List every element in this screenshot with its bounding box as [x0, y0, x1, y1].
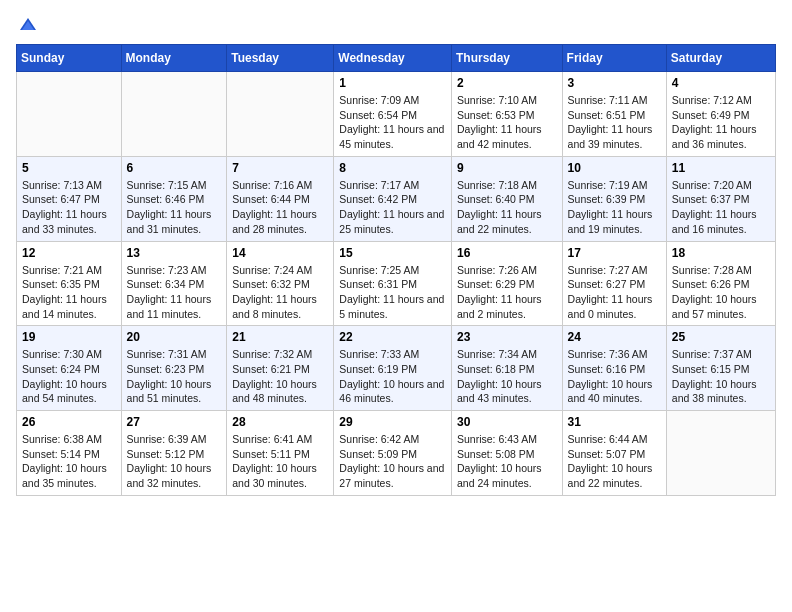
day-number: 22 [339, 330, 446, 344]
day-number: 30 [457, 415, 557, 429]
calendar-cell: 25Sunrise: 7:37 AM Sunset: 6:15 PM Dayli… [666, 326, 775, 411]
day-number: 13 [127, 246, 222, 260]
weekday-header: Monday [121, 45, 227, 72]
day-number: 6 [127, 161, 222, 175]
day-info: Sunrise: 7:24 AM Sunset: 6:32 PM Dayligh… [232, 263, 328, 322]
calendar-cell [666, 411, 775, 496]
day-info: Sunrise: 7:30 AM Sunset: 6:24 PM Dayligh… [22, 347, 116, 406]
calendar-cell: 24Sunrise: 7:36 AM Sunset: 6:16 PM Dayli… [562, 326, 666, 411]
day-info: Sunrise: 7:15 AM Sunset: 6:46 PM Dayligh… [127, 178, 222, 237]
day-info: Sunrise: 6:42 AM Sunset: 5:09 PM Dayligh… [339, 432, 446, 491]
day-number: 29 [339, 415, 446, 429]
day-info: Sunrise: 7:10 AM Sunset: 6:53 PM Dayligh… [457, 93, 557, 152]
day-info: Sunrise: 6:44 AM Sunset: 5:07 PM Dayligh… [568, 432, 661, 491]
day-info: Sunrise: 7:20 AM Sunset: 6:37 PM Dayligh… [672, 178, 770, 237]
calendar-cell: 30Sunrise: 6:43 AM Sunset: 5:08 PM Dayli… [451, 411, 562, 496]
calendar-cell: 5Sunrise: 7:13 AM Sunset: 6:47 PM Daylig… [17, 156, 122, 241]
day-info: Sunrise: 7:37 AM Sunset: 6:15 PM Dayligh… [672, 347, 770, 406]
calendar-cell: 11Sunrise: 7:20 AM Sunset: 6:37 PM Dayli… [666, 156, 775, 241]
calendar-cell: 23Sunrise: 7:34 AM Sunset: 6:18 PM Dayli… [451, 326, 562, 411]
calendar-cell: 15Sunrise: 7:25 AM Sunset: 6:31 PM Dayli… [334, 241, 452, 326]
day-info: Sunrise: 7:25 AM Sunset: 6:31 PM Dayligh… [339, 263, 446, 322]
calendar-cell: 16Sunrise: 7:26 AM Sunset: 6:29 PM Dayli… [451, 241, 562, 326]
calendar-week-row: 12Sunrise: 7:21 AM Sunset: 6:35 PM Dayli… [17, 241, 776, 326]
weekday-header: Wednesday [334, 45, 452, 72]
day-number: 12 [22, 246, 116, 260]
calendar-cell: 26Sunrise: 6:38 AM Sunset: 5:14 PM Dayli… [17, 411, 122, 496]
calendar-cell: 6Sunrise: 7:15 AM Sunset: 6:46 PM Daylig… [121, 156, 227, 241]
day-info: Sunrise: 7:21 AM Sunset: 6:35 PM Dayligh… [22, 263, 116, 322]
day-number: 16 [457, 246, 557, 260]
day-info: Sunrise: 7:33 AM Sunset: 6:19 PM Dayligh… [339, 347, 446, 406]
calendar-cell: 14Sunrise: 7:24 AM Sunset: 6:32 PM Dayli… [227, 241, 334, 326]
page-header [16, 16, 776, 32]
calendar-cell: 8Sunrise: 7:17 AM Sunset: 6:42 PM Daylig… [334, 156, 452, 241]
calendar-cell: 1Sunrise: 7:09 AM Sunset: 6:54 PM Daylig… [334, 72, 452, 157]
day-number: 11 [672, 161, 770, 175]
calendar-week-row: 5Sunrise: 7:13 AM Sunset: 6:47 PM Daylig… [17, 156, 776, 241]
calendar-cell: 2Sunrise: 7:10 AM Sunset: 6:53 PM Daylig… [451, 72, 562, 157]
calendar-cell: 18Sunrise: 7:28 AM Sunset: 6:26 PM Dayli… [666, 241, 775, 326]
day-info: Sunrise: 6:38 AM Sunset: 5:14 PM Dayligh… [22, 432, 116, 491]
day-number: 3 [568, 76, 661, 90]
weekday-header: Saturday [666, 45, 775, 72]
calendar-cell: 19Sunrise: 7:30 AM Sunset: 6:24 PM Dayli… [17, 326, 122, 411]
day-number: 17 [568, 246, 661, 260]
day-info: Sunrise: 7:11 AM Sunset: 6:51 PM Dayligh… [568, 93, 661, 152]
day-info: Sunrise: 6:41 AM Sunset: 5:11 PM Dayligh… [232, 432, 328, 491]
calendar-cell: 27Sunrise: 6:39 AM Sunset: 5:12 PM Dayli… [121, 411, 227, 496]
calendar-cell: 29Sunrise: 6:42 AM Sunset: 5:09 PM Dayli… [334, 411, 452, 496]
day-info: Sunrise: 7:16 AM Sunset: 6:44 PM Dayligh… [232, 178, 328, 237]
day-info: Sunrise: 7:36 AM Sunset: 6:16 PM Dayligh… [568, 347, 661, 406]
calendar-cell: 17Sunrise: 7:27 AM Sunset: 6:27 PM Dayli… [562, 241, 666, 326]
calendar-cell: 22Sunrise: 7:33 AM Sunset: 6:19 PM Dayli… [334, 326, 452, 411]
weekday-header: Thursday [451, 45, 562, 72]
day-number: 15 [339, 246, 446, 260]
calendar-cell [227, 72, 334, 157]
day-info: Sunrise: 7:09 AM Sunset: 6:54 PM Dayligh… [339, 93, 446, 152]
calendar-cell: 12Sunrise: 7:21 AM Sunset: 6:35 PM Dayli… [17, 241, 122, 326]
day-info: Sunrise: 6:43 AM Sunset: 5:08 PM Dayligh… [457, 432, 557, 491]
day-number: 21 [232, 330, 328, 344]
day-number: 9 [457, 161, 557, 175]
day-info: Sunrise: 7:26 AM Sunset: 6:29 PM Dayligh… [457, 263, 557, 322]
calendar-cell: 28Sunrise: 6:41 AM Sunset: 5:11 PM Dayli… [227, 411, 334, 496]
calendar-cell: 20Sunrise: 7:31 AM Sunset: 6:23 PM Dayli… [121, 326, 227, 411]
day-info: Sunrise: 7:18 AM Sunset: 6:40 PM Dayligh… [457, 178, 557, 237]
day-number: 5 [22, 161, 116, 175]
day-number: 4 [672, 76, 770, 90]
day-number: 2 [457, 76, 557, 90]
calendar-week-row: 26Sunrise: 6:38 AM Sunset: 5:14 PM Dayli… [17, 411, 776, 496]
calendar-cell: 10Sunrise: 7:19 AM Sunset: 6:39 PM Dayli… [562, 156, 666, 241]
day-number: 18 [672, 246, 770, 260]
day-info: Sunrise: 7:12 AM Sunset: 6:49 PM Dayligh… [672, 93, 770, 152]
day-number: 26 [22, 415, 116, 429]
day-number: 8 [339, 161, 446, 175]
calendar-cell [121, 72, 227, 157]
calendar-cell: 13Sunrise: 7:23 AM Sunset: 6:34 PM Dayli… [121, 241, 227, 326]
day-number: 19 [22, 330, 116, 344]
day-number: 27 [127, 415, 222, 429]
day-info: Sunrise: 6:39 AM Sunset: 5:12 PM Dayligh… [127, 432, 222, 491]
calendar-week-row: 19Sunrise: 7:30 AM Sunset: 6:24 PM Dayli… [17, 326, 776, 411]
calendar-cell: 7Sunrise: 7:16 AM Sunset: 6:44 PM Daylig… [227, 156, 334, 241]
day-info: Sunrise: 7:23 AM Sunset: 6:34 PM Dayligh… [127, 263, 222, 322]
day-number: 23 [457, 330, 557, 344]
calendar-cell: 4Sunrise: 7:12 AM Sunset: 6:49 PM Daylig… [666, 72, 775, 157]
day-info: Sunrise: 7:17 AM Sunset: 6:42 PM Dayligh… [339, 178, 446, 237]
day-info: Sunrise: 7:34 AM Sunset: 6:18 PM Dayligh… [457, 347, 557, 406]
weekday-header: Friday [562, 45, 666, 72]
weekday-header-row: SundayMondayTuesdayWednesdayThursdayFrid… [17, 45, 776, 72]
day-number: 1 [339, 76, 446, 90]
day-number: 25 [672, 330, 770, 344]
day-info: Sunrise: 7:13 AM Sunset: 6:47 PM Dayligh… [22, 178, 116, 237]
calendar-week-row: 1Sunrise: 7:09 AM Sunset: 6:54 PM Daylig… [17, 72, 776, 157]
calendar-cell: 21Sunrise: 7:32 AM Sunset: 6:21 PM Dayli… [227, 326, 334, 411]
calendar-cell [17, 72, 122, 157]
day-number: 28 [232, 415, 328, 429]
day-info: Sunrise: 7:32 AM Sunset: 6:21 PM Dayligh… [232, 347, 328, 406]
day-number: 7 [232, 161, 328, 175]
calendar-table: SundayMondayTuesdayWednesdayThursdayFrid… [16, 44, 776, 496]
weekday-header: Tuesday [227, 45, 334, 72]
weekday-header: Sunday [17, 45, 122, 72]
